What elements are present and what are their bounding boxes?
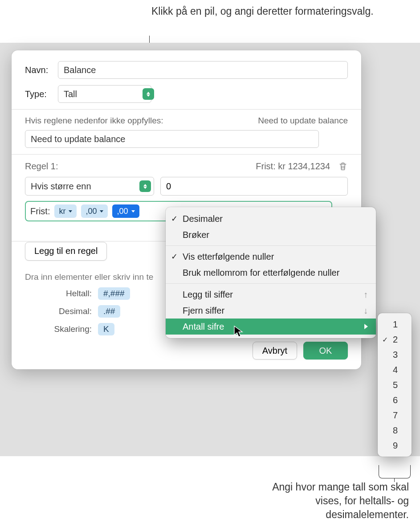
trash-icon[interactable] — [338, 161, 348, 172]
menu-item-decimals[interactable]: ✓ Desimaler — [166, 211, 376, 227]
annotation-top: Klikk på en pil, og angi deretter format… — [151, 4, 374, 18]
submenu-item-1[interactable]: 1 — [378, 317, 412, 332]
scale-token[interactable]: K — [98, 323, 114, 335]
submenu-item-8[interactable]: 8 — [378, 423, 412, 438]
if-rules-preview: Need to update balance — [258, 116, 348, 126]
annotation-bottom: Angi hvor mange tall som skal vises, for… — [244, 480, 409, 522]
decimal-token[interactable]: .## — [98, 305, 120, 318]
menu-item-remove-digit[interactable]: Fjern siffer ↓ — [166, 302, 376, 319]
divider — [12, 109, 361, 110]
submenu-item-6[interactable]: 6 — [378, 392, 412, 408]
chevron-up-down-icon[interactable] — [143, 88, 154, 100]
cancel-button[interactable]: Avbryt — [253, 342, 297, 360]
submenu-item-3[interactable]: 3 — [378, 347, 412, 362]
submenu-item-7[interactable]: 7 — [378, 408, 412, 423]
type-label: Type: — [25, 89, 58, 99]
name-label: Navn: — [25, 65, 58, 75]
submenu-item-9[interactable]: 9 — [378, 438, 412, 453]
submenu-item-5[interactable]: 5 — [378, 377, 412, 392]
menu-item-fractions[interactable]: Brøker — [166, 227, 376, 243]
check-icon: ✓ — [171, 252, 178, 261]
menu-separator — [166, 283, 376, 284]
format-popup-menu: ✓ Desimaler Brøker ✓ Vis etterfølgende n… — [166, 207, 376, 338]
menu-item-add-digit[interactable]: Legg til siffer ↑ — [166, 286, 376, 302]
integer-label: Heltall: — [25, 289, 92, 298]
menu-item-num-digits[interactable]: Antall sifre — [166, 319, 376, 335]
decimal-token-2-selected[interactable]: ,00 — [112, 204, 139, 218]
submenu-item-2[interactable]: ✓2 — [378, 332, 412, 347]
decimal-label: Desimal: — [25, 306, 92, 316]
decimal-token-1[interactable]: ,00 — [81, 204, 108, 218]
condition-select[interactable]: Hvis større enn — [25, 177, 154, 196]
divider — [12, 154, 361, 155]
if-rules-label: Hvis reglene nedenfor ikke oppfylles: — [25, 116, 163, 126]
arrow-up-icon: ↑ — [363, 290, 368, 300]
default-value-input[interactable] — [25, 130, 319, 148]
check-icon: ✓ — [171, 214, 178, 224]
condition-select-label: Hvis større enn — [31, 181, 91, 192]
menu-separator — [166, 245, 376, 246]
format-label: Frist: — [30, 206, 50, 217]
menu-item-space-trailing[interactable]: Bruk mellomrom for etterfølgende nuller — [166, 265, 376, 281]
scale-label: Skalering: — [25, 324, 92, 334]
integer-token[interactable]: #,### — [98, 287, 130, 300]
annotation-bracket — [379, 465, 411, 478]
arrow-down-icon: ↓ — [363, 306, 368, 316]
menu-item-trailing-zeros[interactable]: ✓ Vis etterfølgende nuller — [166, 249, 376, 265]
currency-token[interactable]: kr — [54, 204, 77, 218]
add-rule-button[interactable]: Legg til en regel — [25, 242, 107, 261]
chevron-right-icon — [364, 324, 368, 329]
chevron-up-down-icon[interactable] — [139, 180, 151, 192]
rule-preview: Frist: kr 1234,1234 — [256, 161, 330, 172]
submenu-item-4[interactable]: 4 — [378, 362, 412, 377]
rule-title: Regel 1: — [25, 161, 58, 172]
type-select[interactable]: Tall — [58, 85, 151, 103]
digits-submenu: 1 ✓2 3 4 5 6 7 8 9 — [378, 313, 412, 457]
check-icon: ✓ — [382, 335, 388, 344]
condition-value-input[interactable] — [160, 177, 348, 196]
name-input[interactable] — [58, 61, 348, 79]
ok-button[interactable]: OK — [303, 342, 348, 360]
cursor-icon — [233, 325, 244, 338]
